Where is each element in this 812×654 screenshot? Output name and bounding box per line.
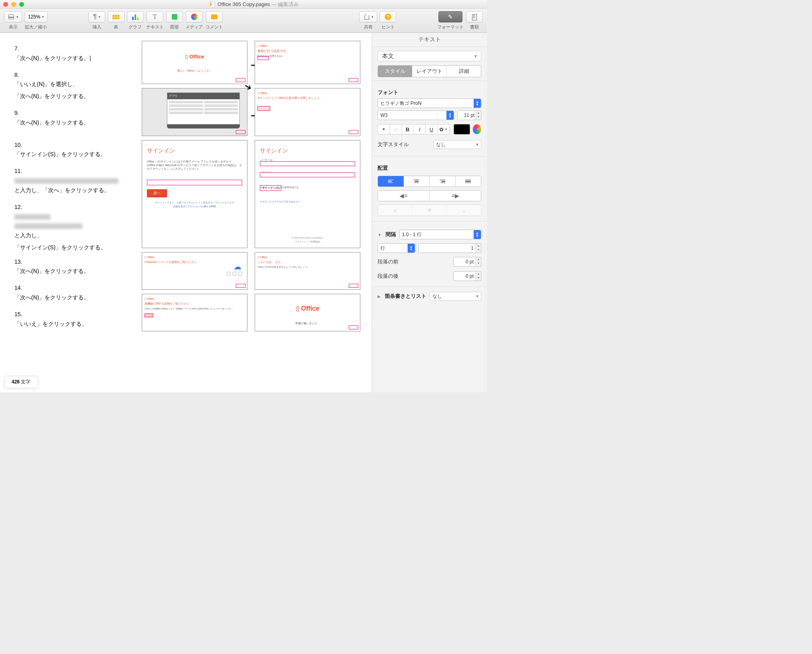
thumbnail: サインイン Office へのサインインにはどの電子メール アドレスを使いますか… bbox=[142, 140, 247, 248]
before-paragraph-label: 段落の前 bbox=[378, 258, 398, 265]
text-button[interactable]: T bbox=[147, 11, 163, 22]
insert-button[interactable]: ¶▾ bbox=[88, 11, 105, 22]
font-options-button[interactable]: ✿▾ bbox=[437, 124, 450, 134]
shadow-button[interactable]: ⟋ bbox=[390, 124, 402, 134]
font-family-select[interactable]: ヒラギノ角ゴ ProN▲▼ bbox=[378, 98, 481, 108]
document-canvas[interactable]: 7. 「次へ(N)」をクリックする。 8. 「いいえ(N)」を選択し、 「次へ(… bbox=[0, 33, 372, 392]
italic-button[interactable]: I bbox=[413, 124, 426, 134]
document-page-icon bbox=[471, 14, 478, 20]
thumbnail: ▯ Office 準備が整いました。 bbox=[255, 294, 360, 331]
shape-button[interactable] bbox=[166, 11, 183, 22]
close-icon[interactable] bbox=[3, 2, 8, 7]
table-label: 表 bbox=[114, 24, 118, 30]
format-button[interactable]: ✎ bbox=[438, 11, 462, 22]
text-color-well[interactable] bbox=[454, 124, 470, 134]
zoom-icon[interactable] bbox=[19, 2, 24, 7]
view-icon bbox=[8, 14, 15, 20]
media-button[interactable] bbox=[186, 11, 203, 22]
valign-bottom-button[interactable]: ⌄ bbox=[447, 205, 481, 215]
valign-bottom-icon: ⌄ bbox=[462, 207, 466, 213]
share-button[interactable]: ▾ bbox=[359, 11, 377, 22]
outdent-button[interactable]: ◀≡ bbox=[378, 191, 430, 201]
zoom-button[interactable]: 125%▾ bbox=[24, 11, 48, 22]
indent-icon: ≡▶ bbox=[451, 193, 459, 199]
comment-label: コメント bbox=[205, 24, 223, 30]
paragraph-style-select[interactable]: 本文▾ bbox=[378, 51, 481, 61]
pilcrow-icon: ¶ bbox=[93, 13, 97, 20]
format-label: フォーマット bbox=[437, 24, 464, 30]
align-left-button[interactable] bbox=[378, 176, 404, 187]
thumbnail: ▯ Office 新しい Office へようこそ。 bbox=[142, 41, 247, 84]
color-wheel-icon[interactable] bbox=[472, 124, 481, 134]
valign-top-button[interactable]: ⌅ bbox=[378, 205, 412, 215]
chart-button[interactable] bbox=[127, 11, 144, 22]
font-section-header: フォント bbox=[372, 84, 487, 98]
font-size-field[interactable]: 11 pt▲▼ bbox=[457, 110, 481, 120]
bullets-select[interactable]: なし▾ bbox=[430, 292, 481, 301]
hint-label: ヒント bbox=[382, 24, 395, 30]
font-weight-select[interactable]: W3▲▼ bbox=[378, 110, 454, 120]
thumbnail: サインイン ユーザー ID: パスワード: ☑ サインインしたまま処理を続ける … bbox=[255, 140, 360, 248]
before-paragraph-field[interactable]: 0 pt▲▼ bbox=[453, 257, 481, 267]
minimize-icon[interactable] bbox=[11, 2, 16, 7]
line-spacing-select[interactable]: 行▲▼ bbox=[378, 243, 415, 253]
window-titlebar: Office 365 Copy.pages — 編集済み bbox=[0, 0, 487, 9]
document-text[interactable]: 7. 「次へ(N)」をクリックする。 8. 「いいえ(N)」を選択し、 「次へ(… bbox=[14, 41, 135, 331]
disclosure-triangle-icon[interactable]: ▼ bbox=[378, 233, 382, 237]
valign-middle-icon: ✳ bbox=[427, 207, 432, 213]
document-label: 書類 bbox=[470, 24, 479, 30]
share-label: 共有 bbox=[364, 24, 373, 30]
align-justify-button[interactable] bbox=[456, 176, 481, 187]
tab-more[interactable]: 詳細 bbox=[447, 66, 481, 77]
underline-button[interactable]: U bbox=[425, 124, 438, 134]
view-label: 表示 bbox=[9, 24, 18, 30]
table-button[interactable] bbox=[108, 11, 125, 22]
valign-top-icon: ⌅ bbox=[393, 207, 398, 213]
view-button[interactable]: ▾ bbox=[4, 11, 22, 22]
thumbnail: ▯ Office OneDrive についての説明をご覧ください。 ☁ ▢ ▢ … bbox=[142, 252, 247, 290]
indent-segment: ◀≡ ≡▶ bbox=[378, 190, 481, 201]
outdent-icon: ◀≡ bbox=[400, 193, 407, 199]
align-center-button[interactable] bbox=[404, 176, 430, 187]
line-spacing-value[interactable]: 1▲▼ bbox=[418, 243, 481, 253]
disclosure-triangle-icon[interactable]: ▶ bbox=[378, 294, 381, 299]
chart-icon bbox=[132, 14, 139, 20]
after-paragraph-label: 段落の後 bbox=[378, 273, 398, 280]
thumbnail: ▯ Office 最初に行う設定です。 推奨設定を使用する(U) bbox=[255, 41, 360, 84]
bullets-header: 箇条書きとリスト bbox=[385, 293, 426, 300]
shape-label: 図形 bbox=[170, 24, 179, 30]
textbox-icon: T bbox=[153, 13, 157, 21]
chart-label: グラフ bbox=[129, 24, 142, 30]
window-title: Office 365 Copy.pages — 編集済み bbox=[24, 1, 484, 8]
strike-button[interactable]: • bbox=[378, 124, 390, 134]
bold-button[interactable]: B bbox=[402, 124, 414, 134]
align-section-header: 配置 bbox=[372, 160, 487, 174]
tab-layout[interactable]: レイアウト bbox=[412, 66, 447, 77]
tab-style[interactable]: スタイル bbox=[378, 66, 412, 77]
media-icon bbox=[191, 14, 197, 20]
inspector-tabs: スタイル レイアウト 詳細 bbox=[378, 65, 481, 77]
thumbnail: アプリ bbox=[142, 88, 247, 136]
comment-button[interactable] bbox=[206, 11, 223, 22]
table-icon bbox=[113, 15, 119, 19]
char-style-select[interactable]: なし▾ bbox=[433, 140, 481, 149]
hint-icon: ? bbox=[385, 14, 391, 20]
format-inspector: テキスト 本文▾ スタイル レイアウト 詳細 フォント ヒラギノ角ゴ ProN▲… bbox=[372, 33, 487, 392]
align-right-button[interactable] bbox=[430, 176, 456, 187]
indent-button[interactable]: ≡▶ bbox=[430, 191, 481, 201]
hint-button[interactable]: ? bbox=[380, 11, 396, 22]
char-style-label: 文字スタイル bbox=[378, 141, 409, 148]
after-paragraph-field[interactable]: 0 pt▲▼ bbox=[453, 271, 481, 281]
text-align-segment bbox=[378, 176, 481, 187]
zoom-label: 拡大／縮小 bbox=[25, 24, 47, 30]
vertical-align-segment: ⌅ ✳ ⌄ bbox=[378, 205, 481, 216]
text-label: テキスト bbox=[146, 24, 164, 30]
brush-icon: ✎ bbox=[448, 14, 453, 20]
word-count[interactable]: 428 文字 bbox=[4, 376, 38, 388]
document-button[interactable] bbox=[466, 11, 483, 22]
valign-middle-button[interactable]: ✳ bbox=[412, 205, 447, 215]
align-justify-icon bbox=[465, 180, 471, 183]
document-images: ▯ Office 新しい Office へようこそ。 ➔ ▯ Office 最初… bbox=[142, 41, 360, 331]
spacing-preset-select[interactable]: 1.0 - 1 行▲▼ bbox=[399, 230, 481, 239]
thumbnail: ▯ Office こんにちは、 さん。 Office で自分自身を好きなように表… bbox=[255, 252, 360, 290]
